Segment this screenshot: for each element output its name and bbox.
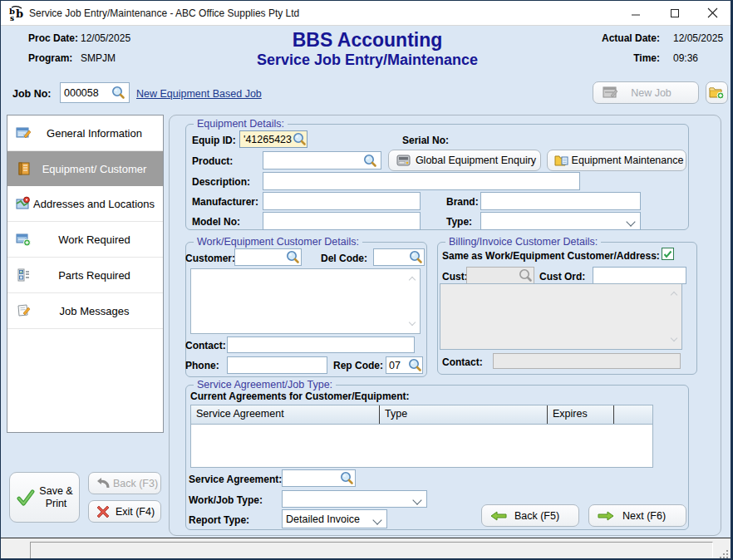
global-equipment-enquiry-button[interactable]: Global Equipment Enquiry [388,150,541,171]
equip-id-value: '41265423 [244,134,292,145]
work-job-type-select[interactable] [282,490,427,508]
scroll-up-icon[interactable] [409,277,416,283]
rep-code-input[interactable]: 07 [386,356,423,374]
work-job-type-label: Work/Job Type: [189,494,263,506]
job-no-input[interactable]: 000058 [60,82,130,103]
panel-add-icon [13,232,34,247]
sidebar-item-label: Work Required [34,233,163,246]
sidebar-item-parts-required[interactable]: Parts Required [7,258,163,293]
equipment-maintenance-icon [554,155,569,167]
status-message-area [30,542,713,559]
actual-date-value: 12/05/2025 [673,32,723,44]
app-icon: b s b [8,5,25,22]
save-print-label2: Print [46,498,67,509]
back-arrow-icon [490,511,507,521]
maximize-button[interactable] [661,1,689,25]
equip-id-label: Equip ID: [192,135,236,146]
exit-f4-button[interactable]: Exit (F4) [88,500,161,523]
cust-search-icon [519,268,533,282]
undo-arrow-icon [96,477,111,489]
sidebar-item-work-required[interactable]: Work Required [7,222,163,258]
service-agreement-input[interactable] [282,469,356,487]
exit-f4-label: Exit (F4) [110,506,160,518]
same-as-checkbox[interactable] [662,248,674,260]
report-type-select[interactable]: Detailed Invoice [282,509,387,528]
rep-code-search-icon[interactable] [408,358,422,372]
new-job-button[interactable]: New Job [593,81,699,104]
chevron-down-icon [372,515,381,524]
sidebar-item-label: Equipment/ Customer [34,163,163,175]
scroll-down-icon[interactable] [409,319,416,326]
scroll-up-icon [671,292,677,298]
description-input[interactable] [263,172,580,190]
billing-customer-title: Billing/Invoice Customer Details: [445,236,601,248]
del-code-search-icon[interactable] [409,250,423,264]
type-select[interactable] [480,212,641,230]
time-label: Time: [633,52,660,64]
save-print-button[interactable]: Save &Print [9,472,80,523]
work-contact-label: Contact: [185,340,226,351]
back-f5-button[interactable]: Back (F5) [481,504,579,527]
customer-search-icon[interactable] [286,250,300,264]
model-no-input[interactable] [263,212,421,230]
sidebar-item-label: Parts Required [34,269,163,282]
sidebar-item-label: General Information [34,127,163,140]
new-equipment-link[interactable]: New Equipment Based Job [136,88,262,100]
window-title: Service Job Entry/Maintenance - ABC Offi… [29,7,299,19]
back-f3-label: Back (F3) [111,478,160,489]
svg-text:s: s [10,14,14,22]
back-f5-label: Back (F5) [507,510,567,522]
manufacturer-input[interactable] [263,192,421,210]
brand-label: Brand: [446,196,479,208]
type-label: Type: [446,216,472,228]
sidebar-item-addresses-locations[interactable]: Addresses and Locations [7,186,163,222]
equipment-maintenance-button[interactable]: Equipment Maintenance [547,150,686,171]
product-input[interactable] [263,151,381,169]
column-type[interactable]: Type [380,405,548,424]
current-agreements-label: Current Agreements for Customer/Equipmen… [190,391,410,402]
equip-id-search-icon[interactable] [293,132,307,146]
serial-no-label: Serial No: [402,135,449,146]
chevron-down-icon [626,217,635,226]
new-folder-button[interactable] [706,81,728,104]
next-arrow-icon [598,511,614,521]
service-agreement-label: Service Agreement: [189,474,282,485]
scroll-down-icon [671,335,677,341]
sidebar-item-label: Job Messages [34,305,163,317]
minimize-button[interactable] [622,1,650,25]
sidebar-item-job-messages[interactable]: Job Messages [7,293,163,329]
sidebar-item-equipment-customer[interactable]: Equipment/ Customer [7,151,163,186]
product-label: Product: [192,155,233,167]
customer-input[interactable] [234,248,302,266]
cust-ord-input[interactable] [593,267,686,284]
cust-input[interactable] [466,267,534,284]
agreements-table[interactable]: Service Agreement Type Expires [190,405,653,468]
job-search-icon[interactable] [111,86,125,100]
new-job-icon [603,86,619,100]
phone-input[interactable] [227,356,327,374]
checkmark-icon [663,250,672,258]
screen-title: Service Job Entry/Maintenance [1,52,733,69]
service-agreement-search-icon[interactable] [340,471,354,485]
work-contact-input[interactable] [227,336,415,353]
next-f6-button[interactable]: Next (F6) [588,504,686,527]
map-pin-icon [13,196,33,211]
column-expires[interactable]: Expires [548,405,614,424]
work-address-textarea[interactable] [190,268,421,334]
close-button[interactable] [698,1,726,25]
sidebar-item-general-information[interactable]: General Information [7,115,163,151]
phone-label: Phone: [185,360,219,371]
del-code-input[interactable] [373,248,425,266]
description-label: Description: [192,176,250,188]
actual-date-label: Actual Date: [602,32,660,44]
report-type-label: Report Type: [189,514,249,526]
back-f3-button[interactable]: Back (F3) [88,472,161,494]
equip-id-input[interactable]: '41265423 [239,130,307,148]
brand-input[interactable] [480,192,641,210]
column-service-agreement[interactable]: Service Agreement [191,405,380,424]
checklist-icon [13,268,34,282]
global-enquiry-label: Global Equipment Enquiry [411,155,540,166]
product-search-icon[interactable] [363,154,377,168]
resize-grip[interactable] [718,548,728,558]
form-pencil-icon [13,125,34,140]
